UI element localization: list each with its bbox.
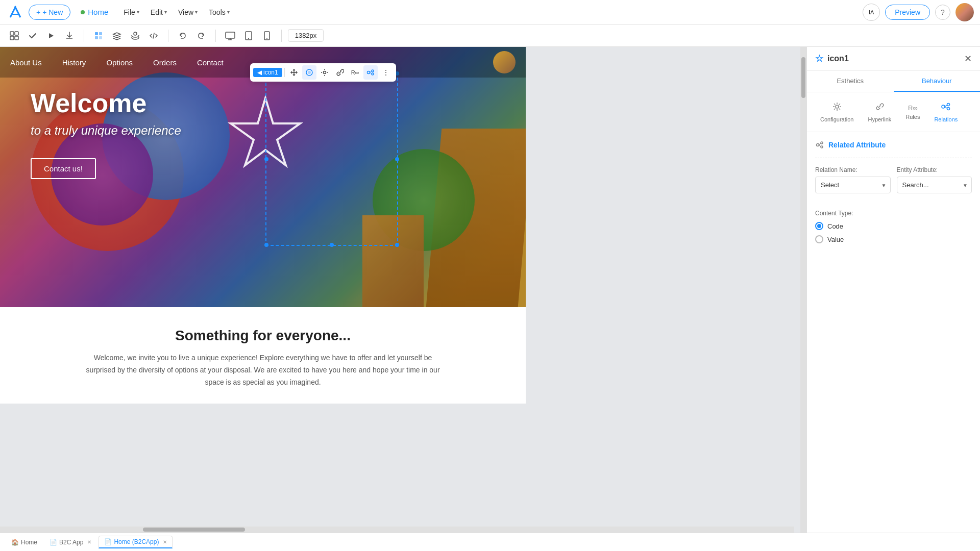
tool-separator-4 [281,30,282,42]
chevron-down-icon: ▾ [164,9,167,15]
nav-item-contact[interactable]: Contact [197,58,224,67]
v-scrollbar[interactable] [800,47,806,533]
datasource-tool[interactable] [127,28,143,44]
element-label[interactable]: ◀ icon1 [253,68,282,77]
subtab-rules[interactable]: R∞ Rules [900,101,925,123]
svg-rect-7 [95,36,98,39]
subtab-relations[interactable]: Relations [929,98,963,126]
svg-point-19 [372,70,374,72]
subtab-hyperlink[interactable]: Hyperlink [863,98,896,126]
radio-value-circle[interactable] [815,235,823,243]
canvas-area: About Us History Options Orders Contact [0,47,800,533]
preview-label: Preview [895,8,920,16]
app-logo[interactable] [6,3,24,21]
nav-item-options[interactable]: Options [106,58,133,67]
chevron-down-icon: ▾ [195,9,198,15]
configuration-label: Configuration [820,116,853,122]
h-scrollbar-thumb[interactable] [143,528,245,532]
px-display: 1382px [288,29,324,42]
help-button[interactable]: ? [935,5,950,20]
btab-home-b2capp[interactable]: 📄 Home (B2CApp) ✕ [99,536,173,548]
tool-separator [84,30,84,42]
svg-point-18 [367,71,370,74]
home-b2capp-close-btn[interactable]: ✕ [163,539,167,545]
svg-rect-6 [99,32,102,35]
h-scrollbar[interactable] [0,527,794,533]
relations-label: Relations [934,116,958,122]
style-tool-btn[interactable] [302,65,316,80]
entity-attr-select[interactable]: Search... [897,177,972,193]
redo-tool[interactable] [193,28,209,44]
nav-item-orders[interactable]: Orders [153,58,177,67]
content-type-label: Content Type: [815,210,972,217]
layers-tool[interactable] [109,28,125,44]
radio-value-label: Value [827,236,844,243]
new-button[interactable]: + + New [29,5,70,20]
behaviour-tab-label: Behaviour [922,77,952,85]
ia-button[interactable]: IA [863,4,880,21]
label-arrow: ◀ [257,69,262,76]
entity-attribute-group: Entity Attribute: Search... [897,166,972,193]
v-scrollbar-thumb[interactable] [801,57,805,98]
tab-behaviour[interactable]: Behaviour [894,71,981,92]
components-tool[interactable] [90,28,107,44]
star-icon-container[interactable] [214,83,316,185]
radio-value[interactable]: Value [815,235,972,243]
svg-point-21 [836,105,839,108]
entity-attr-select-wrapper[interactable]: Search... [897,177,972,193]
rules-tool-btn[interactable]: R∞ [348,65,362,80]
nav-item-history[interactable]: History [62,58,86,67]
file-menu[interactable]: File ▾ [118,5,144,19]
radio-code-label: Code [827,222,843,230]
view-menu[interactable]: View ▾ [173,5,203,19]
check-tool[interactable] [24,28,41,44]
hyperlink-label: Hyperlink [868,116,891,122]
file-menu-label: File [124,8,135,16]
content-type-section: Content Type: Code Value [815,210,972,243]
nav-item-about[interactable]: About Us [10,58,42,67]
svg-rect-3 [10,36,14,40]
panel-header: ☆ icon1 ✕ [807,47,980,71]
tablet-tool[interactable] [240,28,257,44]
play-tool[interactable] [43,28,59,44]
edit-menu[interactable]: Edit ▾ [145,5,172,19]
svg-rect-1 [10,32,14,35]
export-tool[interactable] [61,28,78,44]
subtab-configuration[interactable]: Configuration [815,98,859,126]
home-tab[interactable]: Home [75,5,114,19]
relation-name-select[interactable]: Select [815,177,891,193]
link-tool-btn[interactable] [333,65,347,80]
svg-point-14 [266,38,267,39]
radio-code-circle[interactable] [815,222,823,230]
tools-menu[interactable]: Tools ▾ [204,5,235,19]
relations-icon [941,102,951,114]
panel-close-button[interactable]: ✕ [964,53,972,64]
user-avatar[interactable] [955,3,974,21]
tab-esthetics[interactable]: Esthetics [807,71,894,92]
preview-button[interactable]: Preview [885,5,930,20]
b2capp-tab-label: B2C App [59,539,83,546]
relations-tool-btn[interactable] [363,65,378,80]
desktop-tool[interactable] [222,28,238,44]
radio-code[interactable]: Code [815,222,972,230]
canvas-wrapper: About Us History Options Orders Contact [0,47,806,533]
more-options-btn[interactable]: ⋮ [379,65,393,80]
b2capp-close-btn[interactable]: ✕ [87,539,91,545]
top-bar-right: IA Preview ? [863,3,974,21]
hero-cta-button[interactable]: Contact us! [31,158,96,179]
btab-home[interactable]: 🏠 Home [6,537,42,548]
settings-tool-btn[interactable] [317,65,332,80]
configuration-icon [832,102,842,114]
code-tool[interactable] [145,28,162,44]
grid-view-tool[interactable] [6,28,22,44]
mobile-tool[interactable] [259,28,275,44]
undo-tool[interactable] [175,28,191,44]
chevron-down-icon: ▾ [137,9,139,15]
rules-label: Rules [905,114,920,120]
move-tool-btn[interactable] [287,65,301,80]
relation-name-select-wrapper[interactable]: Select [815,177,891,193]
hero-section: About Us History Options Orders Contact [0,47,526,307]
panel-title: ☆ icon1 [815,53,849,64]
btab-b2capp[interactable]: 📄 B2C App ✕ [44,537,96,548]
toolbar-separator [284,68,285,77]
